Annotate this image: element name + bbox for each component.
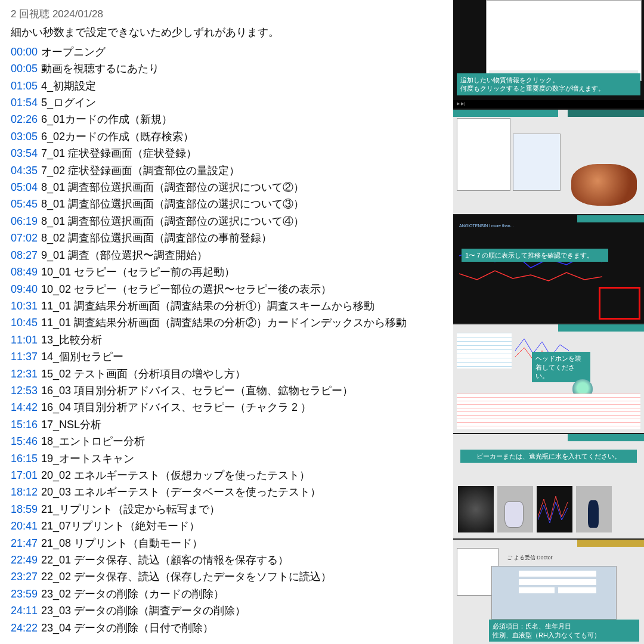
- chapter-timestamp-link[interactable]: 23:27: [11, 568, 38, 585]
- chapter-timestamp-link[interactable]: 02:26: [11, 111, 38, 128]
- chapter-title: 7_01 症状登録画面（症状登録）: [41, 145, 197, 162]
- preview-thumb-2[interactable]: ANGIOTENSIN I more than... 1〜７の順に表示して推移を…: [453, 215, 644, 324]
- chapter-timestamp-link[interactable]: 12:31: [11, 366, 38, 382]
- chapter-timestamp-link[interactable]: 24:22: [11, 620, 38, 636]
- preview-thumb-1[interactable]: [453, 110, 644, 214]
- form-doctor-label: ご よる受信 Doctor: [507, 554, 553, 562]
- chapter-row: 00:05動画を視聴するにあたり: [11, 60, 442, 77]
- preview-thumb-0[interactable]: 追加したい物質情報をクリック。 何度もクリックすると重要度の数字が増えます。 ▶…: [453, 0, 644, 109]
- thumb-caption-3: ビーカーまたは、遮光瓶に水を入れてください。: [460, 450, 637, 463]
- chapter-title: 13_比較分析: [41, 332, 102, 348]
- chapter-row: 16:1519_オートスキャン: [11, 450, 442, 467]
- thumb-caption-0: 追加したい物質情報をクリック。 何度もクリックすると重要度の数字が増えます。: [457, 73, 640, 95]
- chapter-timestamp-link[interactable]: 22:49: [11, 552, 38, 568]
- chapter-timestamp-link[interactable]: 15:16: [11, 416, 38, 433]
- chapter-timestamp-link[interactable]: 17:01: [11, 467, 38, 484]
- chapter-row: 18:5921_リプリント（設定から転写まで）: [11, 501, 442, 518]
- chapter-list: 00:00オープニング00:05動画を視聴するにあたり01:054_初期設定01…: [11, 44, 442, 636]
- chapter-timestamp-link[interactable]: 11:37: [11, 348, 38, 365]
- chapter-title: 20_02 エネルギーテスト（仮想カップを使ったテスト）: [41, 467, 310, 484]
- chapter-timestamp-link[interactable]: 05:04: [11, 179, 38, 196]
- preview-thumb-3[interactable]: ヘッドホンを装着してください。: [453, 324, 644, 433]
- thumb-caption-2: ヘッドホンを装着してください。: [532, 352, 590, 382]
- chapter-timestamp-link[interactable]: 04:35: [11, 162, 38, 179]
- chapter-row: 07:028_02 調査部位選択画面（調査部位の事前登録）: [11, 230, 442, 246]
- views-and-date: 2 回視聴 2024/01/28: [11, 6, 442, 23]
- chapter-row: 06:198_01 調査部位選択画面（調査部位の選択について④）: [11, 213, 442, 230]
- chapter-timestamp-link[interactable]: 12:53: [11, 382, 38, 399]
- chapter-title: 18_エントロピー分析: [41, 433, 145, 450]
- bottle-icon: [588, 500, 599, 528]
- chapter-timestamp-link[interactable]: 14:42: [11, 399, 38, 416]
- chapter-timestamp-link[interactable]: 10:45: [11, 314, 38, 331]
- chapter-title: 21_08 リプリント（自動モード）: [41, 535, 203, 552]
- chapter-timestamp-link[interactable]: 09:40: [11, 281, 38, 298]
- chapter-row: 10:3111_01 調査結果分析画面（調査結果の分析①）調査スキームから移動: [11, 298, 442, 314]
- chapter-title: 10_01 セラピー（セラピー前の再起動）: [41, 264, 235, 280]
- chapter-title: 20_03 エネルギーテスト（データベースを使ったテスト）: [41, 484, 321, 500]
- chapter-timestamp-link[interactable]: 07:02: [11, 230, 38, 246]
- graph-label: ANGIOTENSIN I more than...: [459, 224, 513, 228]
- chapter-title: オープニング: [41, 44, 106, 60]
- preview-thumb-4[interactable]: ビーカーまたは、遮光瓶に水を入れてください。: [453, 434, 644, 538]
- chapter-timestamp-link[interactable]: 24:11: [11, 602, 38, 619]
- thumb-caption-1: 1〜７の順に表示して推移を確認できます。: [462, 249, 608, 262]
- chapter-title: 17_NSL分析: [41, 416, 101, 433]
- chapter-timestamp-link[interactable]: 05:45: [11, 196, 38, 212]
- chapter-title: 21_リプリント（設定から転写まで）: [41, 501, 220, 518]
- chapter-timestamp-link[interactable]: 01:05: [11, 78, 38, 94]
- chapter-timestamp-link[interactable]: 18:12: [11, 484, 38, 500]
- chapter-title: 4_初期設定: [41, 78, 96, 94]
- chapter-timestamp-link[interactable]: 18:59: [11, 501, 38, 518]
- chapter-title: 5_ログイン: [41, 94, 96, 111]
- chapter-row: 01:545_ログイン: [11, 94, 442, 111]
- chapter-row: 08:279_01 調査（部位選択〜調査開始）: [11, 247, 442, 264]
- chapter-title: 8_02 調査部位選択画面（調査部位の事前登録）: [41, 230, 272, 246]
- chapter-row: 17:0120_02 エネルギーテスト（仮想カップを使ったテスト）: [11, 467, 442, 484]
- chapter-row: 24:2223_04 データの削除（日付で削除）: [11, 620, 442, 636]
- chapter-timestamp-link[interactable]: 00:05: [11, 60, 38, 77]
- chapter-row: 09:4010_02 セラピー（セラピー部位の選択〜セラピー後の表示）: [11, 281, 442, 298]
- chapter-row: 14:4216_04 項目別分析アドバイス、セラピー（チャクラ 2 ）: [11, 399, 442, 416]
- chapter-title: 16_03 項目別分析アドバイス、セラピー（直物、鉱物セラピー）: [41, 382, 353, 399]
- chapter-row: 05:048_01 調査部位選択画面（調査部位の選択について②）: [11, 179, 442, 196]
- chapter-title: 8_01 調査部位選択画面（調査部位の選択について②）: [41, 179, 304, 196]
- chapter-timestamp-link[interactable]: 23:59: [11, 586, 38, 602]
- chapter-title: 21_07リプリント（絶対モード）: [41, 518, 200, 534]
- chapter-timestamp-link[interactable]: 15:46: [11, 433, 38, 450]
- chapter-timestamp-link[interactable]: 08:27: [11, 247, 38, 264]
- chapter-row: 05:458_01 調査部位選択画面（調査部位の選択について③）: [11, 196, 442, 212]
- chapter-timestamp-link[interactable]: 03:54: [11, 145, 38, 162]
- chapter-timestamp-link[interactable]: 06:19: [11, 213, 38, 230]
- chapter-timestamp-link[interactable]: 11:01: [11, 332, 38, 348]
- chapter-title: 22_01 データ保存、読込（顧客の情報を保存する）: [41, 552, 289, 568]
- chapter-title: 14_個別セラピー: [41, 348, 123, 365]
- chapter-row: 02:266_01カードの作成（新規）: [11, 111, 442, 128]
- preview-thumb-5[interactable]: ご よる受信 Doctor 必須項目：氏名、生年月日 性別、血液型（RH入力なく…: [453, 540, 644, 644]
- thumb-caption-4: 必須項目：氏名、生年月日 性別、血液型（RH入力なくても可）: [489, 620, 639, 642]
- chapter-row: 12:3115_02 テスト画面（分析項目の増やし方）: [11, 366, 442, 382]
- chapter-title: 動画を視聴するにあたり: [41, 60, 159, 77]
- chapter-title: 11_01 調査結果分析画面（調査結果の分析①）調査スキームから移動: [41, 298, 374, 314]
- chapter-row: 10:4511_01 調査結果分析画面（調査結果の分析②）カードインデックスから…: [11, 314, 442, 331]
- chapter-timestamp-link[interactable]: 00:00: [11, 44, 38, 60]
- chapter-title: 16_04 項目別分析アドバイス、セラピー（チャクラ 2 ）: [41, 399, 311, 416]
- chapter-timestamp-link[interactable]: 08:49: [11, 264, 38, 280]
- chapter-title: 8_01 調査部位選択画面（調査部位の選択について③）: [41, 196, 304, 212]
- video-controls-bar[interactable]: ▶ ▶|: [453, 100, 644, 109]
- chapter-row: 01:054_初期設定: [11, 78, 442, 94]
- chapter-title: 19_オートスキャン: [41, 450, 134, 467]
- chapter-title: 8_01 調査部位選択画面（調査部位の選択について④）: [41, 213, 304, 230]
- chapter-row: 04:357_02 症状登録画面（調査部位の量設定）: [11, 162, 442, 179]
- chapter-title: 23_02 データの削除（カードの削除）: [41, 586, 224, 602]
- chapter-title: 9_01 調査（部位選択〜調査開始）: [41, 247, 208, 264]
- chapter-timestamp-link[interactable]: 01:54: [11, 94, 38, 111]
- chapter-timestamp-link[interactable]: 16:15: [11, 450, 38, 467]
- chapter-timestamp-link[interactable]: 10:31: [11, 298, 38, 314]
- chapter-title: 23_03 データの削除（調査データの削除）: [41, 602, 246, 619]
- graph-icon: [459, 232, 614, 298]
- chapter-timestamp-link[interactable]: 03:05: [11, 128, 38, 145]
- chapter-timestamp-link[interactable]: 21:47: [11, 535, 38, 552]
- chapter-timestamp-link[interactable]: 20:41: [11, 518, 38, 534]
- chapter-title: 6_01カードの作成（新規）: [41, 111, 172, 128]
